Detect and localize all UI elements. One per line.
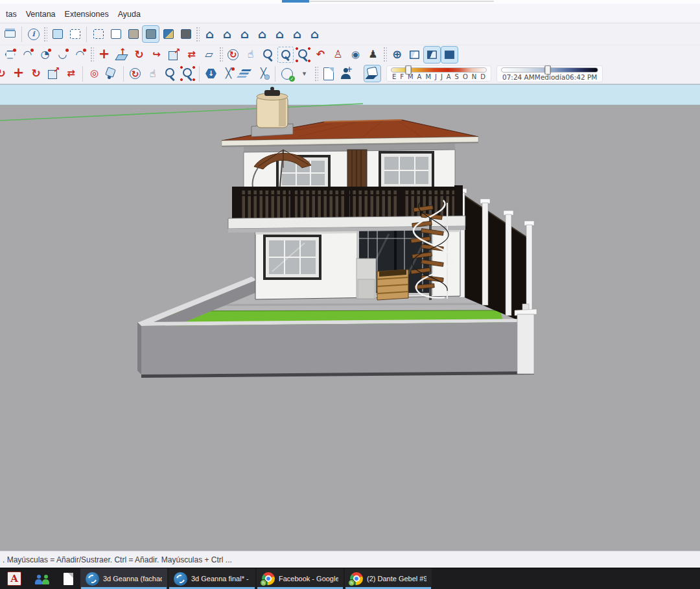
- arc-pie-icon: ◔: [37, 47, 53, 63]
- toolbar-separator: [123, 66, 124, 82]
- look-around-button[interactable]: ◉: [347, 46, 364, 64]
- account-menu-button[interactable]: ▾: [296, 65, 313, 82]
- style-shaded-textures-button[interactable]: [142, 25, 159, 43]
- toolbar-drag-handle[interactable]: [196, 27, 200, 42]
- viewport-canvas[interactable]: [0, 84, 700, 551]
- sketchup-window-1-taskbar-item[interactable]: 3d Geanna (fachad...: [80, 568, 167, 589]
- display-section-fill-button[interactable]: [441, 46, 458, 64]
- toolbar-drag-handle[interactable]: [219, 47, 223, 62]
- account-button[interactable]: [278, 65, 296, 82]
- menu-item-ayuda[interactable]: Ayuda: [113, 8, 145, 20]
- style-monochrome-button[interactable]: [177, 25, 194, 43]
- rotate-alt-button[interactable]: ↻: [27, 65, 45, 82]
- scale-alt-button[interactable]: ↗: [45, 65, 62, 82]
- flip-alt-button[interactable]: ⇄: [62, 65, 80, 82]
- view-left-button[interactable]: ⌂: [288, 25, 306, 43]
- view-back-icon: ⌂: [272, 26, 288, 42]
- month-slider-handle[interactable]: [406, 65, 412, 75]
- move-alt-button[interactable]: +: [10, 65, 27, 82]
- section-plane-button[interactable]: ⊕: [388, 46, 406, 64]
- time-slider-handle[interactable]: [545, 65, 551, 75]
- zoom-alt-button[interactable]: [161, 65, 179, 82]
- walk-button[interactable]: ♟: [364, 46, 382, 64]
- display-section-planes-icon: [406, 47, 423, 63]
- clipped-tool-button[interactable]: ↻: [0, 65, 10, 82]
- paint-bucket-button[interactable]: [103, 65, 121, 82]
- view-front-button[interactable]: ⌂: [236, 25, 253, 43]
- zoom-button[interactable]: [259, 46, 277, 64]
- style-xray-button[interactable]: [49, 25, 66, 43]
- extension-tool-a-button[interactable]: ╳: [220, 65, 237, 82]
- time-slider-track[interactable]: [501, 67, 598, 73]
- position-camera-button[interactable]: ♙: [329, 46, 347, 64]
- view-bottom-button[interactable]: ⌂: [306, 25, 323, 43]
- style-shaded-button[interactable]: [124, 25, 142, 43]
- document-app-taskbar-item[interactable]: [58, 568, 79, 589]
- print-icon: [2, 26, 18, 42]
- zoom-window-button[interactable]: [277, 46, 294, 64]
- chrome-window-2-taskbar-item[interactable]: h(2) Dante Gebel #95...: [345, 568, 432, 589]
- menu-item-tas[interactable]: tas: [1, 8, 21, 20]
- push-pull-button[interactable]: ↑: [113, 46, 130, 64]
- shadow-month-slider: EFMAMJJASOND: [386, 65, 491, 82]
- clipped-tool-icon: ↻: [0, 65, 9, 82]
- layers-stack-icon: [238, 65, 254, 82]
- zoom-extents-alt-button[interactable]: [179, 65, 196, 82]
- follow-me-button[interactable]: ↪: [148, 46, 165, 64]
- orbit-alt-button[interactable]: ↻: [126, 65, 144, 82]
- rotated-rectangle-button[interactable]: ▱: [200, 46, 218, 64]
- flip-button[interactable]: ⇄: [183, 46, 200, 64]
- extension-tool-b-button[interactable]: ╳: [255, 65, 272, 82]
- month-label: E: [392, 73, 396, 80]
- view-back-button[interactable]: ⌂: [271, 25, 288, 43]
- time-noon-label: Mediodía: [535, 73, 566, 81]
- toolbar-drag-handle[interactable]: [314, 66, 318, 82]
- model-info-button[interactable]: [25, 25, 42, 43]
- toggle-shadows-button[interactable]: [364, 65, 381, 82]
- display-section-cuts-button[interactable]: [423, 46, 441, 64]
- arc-3point-button[interactable]: ◠: [71, 46, 89, 64]
- scale-button[interactable]: ↗: [165, 46, 183, 64]
- arc-pie-button[interactable]: ◔: [36, 46, 54, 64]
- month-label: J: [435, 73, 437, 80]
- menu-item-extensiones[interactable]: Extensiones: [60, 8, 113, 20]
- style-hidden-line-button[interactable]: [107, 25, 124, 43]
- new-document-button[interactable]: [320, 65, 337, 82]
- print-button[interactable]: [1, 25, 19, 43]
- zoom-previous-button[interactable]: ↶: [312, 46, 329, 64]
- layers-stack-button[interactable]: [237, 65, 255, 82]
- view-bottom-icon: ⌂: [307, 26, 323, 42]
- view-top-button[interactable]: ⌂: [218, 25, 236, 43]
- month-slider-track[interactable]: [391, 67, 487, 73]
- arc-2point-button[interactable]: ◠: [19, 46, 36, 64]
- time-start-label: 07:24 AM: [502, 73, 535, 81]
- style-wireframe-button[interactable]: [89, 25, 107, 43]
- pan-button[interactable]: ☝: [242, 46, 259, 64]
- toolbar-drag-handle[interactable]: [383, 47, 387, 62]
- polygon-button[interactable]: [1, 46, 19, 64]
- arc-center-button[interactable]: ◡: [54, 46, 71, 64]
- chrome-window-1-taskbar-item[interactable]: hFacebook - Google ...: [257, 568, 344, 589]
- contacts-app-taskbar-item[interactable]: [29, 568, 56, 589]
- tape-measure-button[interactable]: ◎: [86, 65, 103, 82]
- toolbar-separator: [82, 66, 83, 82]
- style-back-edges-button[interactable]: [66, 25, 84, 43]
- sketchup-window-2-taskbar-item[interactable]: 3d Geanna final* - ...: [169, 568, 255, 589]
- view-iso-button[interactable]: ⌂: [201, 25, 218, 43]
- orbit-button[interactable]: ↻: [224, 46, 242, 64]
- style-textured-alt-button[interactable]: [159, 25, 177, 43]
- section-plane-icon: ⊕: [389, 47, 405, 63]
- pan-alt-button[interactable]: ☝: [144, 65, 161, 82]
- menu-item-ventana[interactable]: Ventana: [21, 8, 60, 20]
- zoom-extents-button[interactable]: [294, 46, 312, 64]
- style-textured-alt-icon: [160, 26, 176, 42]
- autocad-app-taskbar-item[interactable]: A: [1, 568, 27, 589]
- toolbar-drag-handle[interactable]: [90, 47, 94, 62]
- add-collaborator-button[interactable]: +: [337, 65, 355, 82]
- view-right-button[interactable]: ⌂: [253, 25, 271, 43]
- display-section-planes-button[interactable]: [406, 46, 423, 64]
- move-button[interactable]: +: [95, 46, 113, 64]
- rotate-button[interactable]: ↻: [130, 46, 148, 64]
- component-download-button[interactable]: ↓: [202, 65, 220, 82]
- toolbar-drag-handle[interactable]: [43, 27, 47, 42]
